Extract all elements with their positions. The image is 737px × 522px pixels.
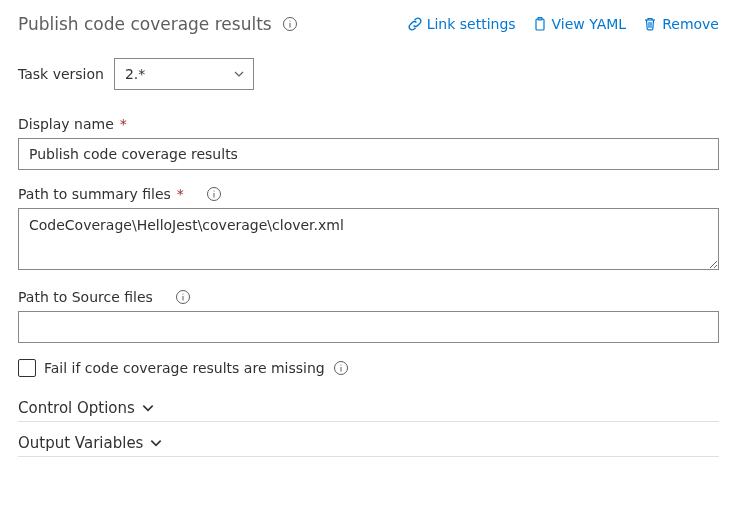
task-version-value: 2.*: [125, 66, 145, 82]
control-options-section[interactable]: Control Options: [18, 399, 719, 422]
panel-header: Publish code coverage results Link setti…: [18, 14, 719, 34]
display-name-input[interactable]: [18, 138, 719, 170]
path-summary-label: Path to summary files: [18, 186, 171, 202]
svg-point-14: [340, 364, 341, 365]
task-version-label: Task version: [18, 66, 104, 82]
fail-missing-checkbox[interactable]: [18, 359, 36, 377]
link-settings-button[interactable]: Link settings: [407, 16, 516, 32]
remove-label: Remove: [662, 16, 719, 32]
control-options-label: Control Options: [18, 399, 135, 417]
svg-point-11: [182, 293, 183, 294]
display-name-field: Display name *: [18, 116, 719, 170]
clipboard-icon: [532, 16, 548, 32]
path-source-input[interactable]: [18, 311, 719, 343]
chevron-down-icon: [141, 401, 155, 415]
svg-point-1: [289, 20, 290, 21]
fail-missing-label: Fail if code coverage results are missin…: [44, 360, 325, 376]
chevron-down-icon: [233, 68, 245, 80]
info-icon[interactable]: [282, 16, 298, 32]
link-settings-label: Link settings: [427, 16, 516, 32]
info-icon[interactable]: [175, 289, 191, 305]
path-source-field: Path to Source files: [18, 289, 719, 343]
output-variables-label: Output Variables: [18, 434, 143, 452]
task-version-select[interactable]: 2.*: [114, 58, 254, 90]
path-summary-input[interactable]: [18, 208, 719, 270]
info-icon[interactable]: [206, 186, 222, 202]
task-version-row: Task version 2.*: [18, 58, 719, 90]
panel-title: Publish code coverage results: [18, 14, 272, 34]
trash-icon: [642, 16, 658, 32]
remove-button[interactable]: Remove: [642, 16, 719, 32]
view-yaml-button[interactable]: View YAML: [532, 16, 627, 32]
required-marker: *: [177, 186, 184, 202]
chevron-down-icon: [149, 436, 163, 450]
view-yaml-label: View YAML: [552, 16, 627, 32]
display-name-label: Display name: [18, 116, 114, 132]
link-icon: [407, 16, 423, 32]
svg-point-8: [213, 190, 214, 191]
svg-rect-3: [536, 19, 544, 30]
output-variables-section[interactable]: Output Variables: [18, 434, 719, 457]
path-source-label: Path to Source files: [18, 289, 153, 305]
required-marker: *: [120, 116, 127, 132]
path-summary-field: Path to summary files *: [18, 186, 719, 273]
info-icon[interactable]: [333, 360, 349, 376]
fail-missing-row: Fail if code coverage results are missin…: [18, 359, 719, 377]
